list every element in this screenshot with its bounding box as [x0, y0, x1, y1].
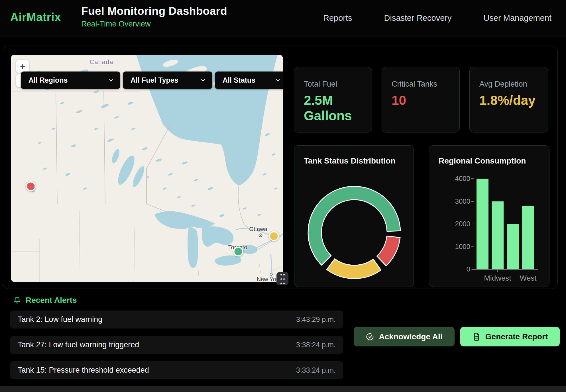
alert-row: Tank 27: Low fuel warning triggered 3:38…	[10, 336, 343, 354]
bar-region-1	[492, 201, 504, 270]
regional-consumption-bar-chart: 01000200030004000MidwestWest	[429, 146, 550, 287]
chevron-down-icon	[275, 77, 281, 83]
file-report-icon	[472, 332, 481, 341]
check-circle-icon	[366, 332, 374, 341]
bell-icon	[13, 296, 21, 305]
horizontal-scrollbar[interactable]	[0, 386, 566, 392]
nav-item-user-management[interactable]: User Management	[483, 13, 551, 23]
map-label-ottawa: Ottawa	[249, 226, 267, 232]
generate-report-button[interactable]: Generate Report	[460, 327, 560, 346]
alert-timestamp: 3:38:24 p.m.	[296, 341, 336, 349]
title-block: Fuel Monitoring Dashboard Real-Time Over…	[81, 5, 227, 28]
acknowledge-all-label: Acknowledge All	[379, 332, 442, 341]
alert-message: Tank 15: Pressure threshold exceeded	[18, 366, 149, 375]
y-axis-tick-label: 3000	[445, 197, 470, 205]
x-axis-tick-label: West	[508, 274, 548, 283]
page-subtitle: Real-Time Overview	[81, 20, 227, 28]
y-axis-tick	[471, 178, 474, 179]
nav-item-reports[interactable]: Reports	[323, 13, 352, 23]
chart-title: Tank Status Distribution	[304, 156, 396, 166]
header: AirMatrix Fuel Monitoring Dashboard Real…	[0, 0, 566, 36]
bar-region-3	[522, 206, 534, 269]
status-filter-label: All Status	[223, 76, 255, 84]
page-title: Fuel Monitoring Dashboard	[81, 5, 227, 17]
fuel-type-filter-dropdown[interactable]: All Fuel Types	[123, 72, 212, 89]
y-axis-tick	[471, 201, 474, 202]
main-nav: Reports Disaster Recovery User Managemen…	[323, 0, 551, 36]
tank-status-chart-card: Tank Status Distribution	[294, 145, 414, 287]
chevron-down-icon	[200, 77, 206, 83]
x-axis-tick	[497, 270, 498, 272]
brand-logo: AirMatrix	[10, 11, 61, 24]
y-axis-tick-label: 0	[445, 265, 470, 273]
stat-label: Critical Tanks	[392, 80, 459, 89]
region-filter-dropdown[interactable]: All Regions	[21, 72, 120, 89]
fuel-site-marker-normal[interactable]	[233, 247, 243, 257]
tank-status-donut-chart	[294, 146, 414, 287]
bar-region-2	[507, 224, 519, 269]
region-filter-label: All Regions	[28, 76, 68, 84]
stat-label: Total Fuel	[304, 80, 372, 89]
recent-alerts-header: Recent Alerts	[13, 296, 77, 305]
generate-report-label: Generate Report	[485, 332, 548, 341]
regional-consumption-chart-card: Regional Consumption 01000200030004000Mi…	[429, 145, 549, 287]
bar-region-0	[477, 179, 488, 269]
stat-value-avg-depletion: 1.8%/day	[479, 93, 532, 108]
x-axis-tick	[528, 270, 528, 272]
map-resize-grip-handle[interactable]	[276, 272, 288, 285]
alert-timestamp: 3:33:24 p.m.	[296, 366, 336, 374]
alert-message: Tank 2: Low fuel warning	[18, 315, 102, 324]
donut-segment-critical	[377, 236, 400, 266]
acknowledge-all-button[interactable]: Acknowledge All	[354, 327, 455, 346]
y-axis-tick-label: 4000	[445, 175, 470, 183]
y-axis-tick	[471, 224, 474, 224]
map-zoom-in-button[interactable]: +	[16, 60, 29, 73]
status-filter-dropdown[interactable]: All Status	[215, 72, 283, 89]
fuel-sites-map[interactable]: Canada Ottawa Toronto New York + All Reg…	[11, 55, 283, 282]
stat-label: Avg Depletion	[479, 80, 548, 89]
map-filters: All Regions All Fuel Types All Status	[21, 72, 283, 89]
chevron-down-icon	[108, 77, 114, 83]
alert-timestamp: 3:43:29 p.m.	[296, 315, 336, 324]
y-axis-tick-label: 1000	[445, 243, 470, 251]
alert-row: Tank 15: Pressure threshold exceeded 3:3…	[10, 361, 343, 379]
y-axis-tick	[471, 246, 474, 247]
stat-value-critical-tanks: 10	[392, 93, 444, 108]
alert-row: Tank 2: Low fuel warning 3:43:29 p.m.	[10, 311, 343, 328]
stat-value-total-fuel: 2.5M Gallons	[304, 93, 357, 124]
fuel-type-filter-label: All Fuel Types	[131, 76, 178, 84]
nav-item-disaster-recovery[interactable]: Disaster Recovery	[384, 13, 452, 23]
map-label-canada: Canada	[89, 58, 113, 66]
y-axis-tick	[471, 269, 474, 270]
fuel-site-marker-warning[interactable]	[269, 231, 279, 241]
fuel-site-marker-critical[interactable]	[26, 181, 36, 191]
y-axis-tick-label: 2000	[445, 220, 470, 228]
recent-alerts-title: Recent Alerts	[26, 296, 77, 305]
stat-card-avg-depletion: Avg Depletion 1.8%/day	[469, 67, 548, 132]
donut-segment-warning	[327, 259, 381, 279]
dashboard-root: AirMatrix Fuel Monitoring Dashboard Real…	[0, 0, 566, 392]
alert-message: Tank 27: Low fuel warning triggered	[18, 340, 139, 349]
stat-card-total-fuel: Total Fuel 2.5M Gallons	[294, 67, 372, 132]
y-axis-line	[474, 178, 474, 270]
stat-card-critical-tanks: Critical Tanks 10	[382, 67, 460, 132]
